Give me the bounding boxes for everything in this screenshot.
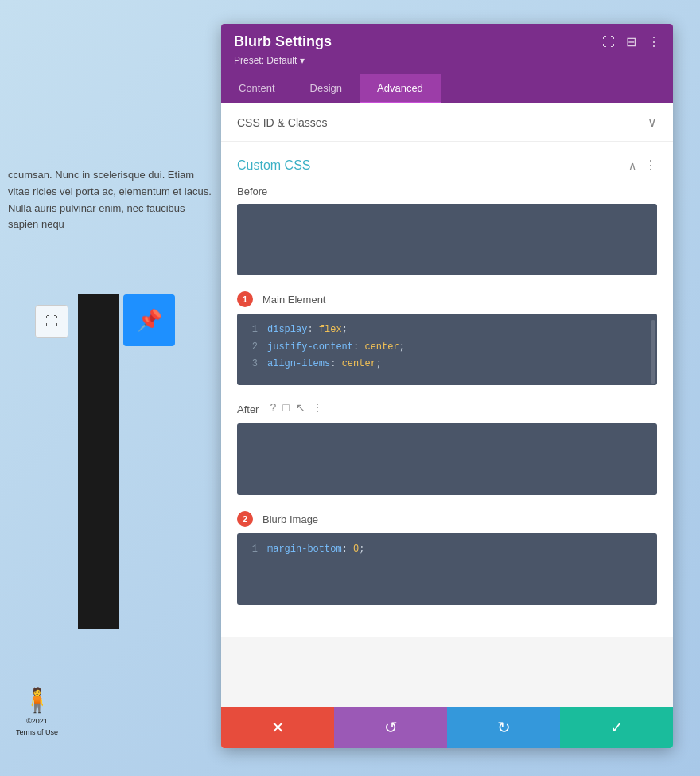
- save-icon: ✓: [610, 718, 624, 737]
- editor-scrollbar[interactable]: [651, 320, 655, 384]
- line-num-1: 1: [247, 322, 258, 339]
- line-code-3: align-items: center;: [267, 356, 382, 373]
- copyright-label: ©2021: [26, 717, 48, 725]
- css-after-toolbar: ? □ ↖ ⋮: [270, 401, 322, 414]
- line-code-1: display: flex;: [267, 322, 348, 339]
- pin-icon: 📌: [137, 308, 162, 333]
- cursor-icon[interactable]: ↖: [296, 401, 305, 414]
- css-id-classes-row[interactable]: CSS ID & Classes ∨: [221, 103, 673, 142]
- action-bar: ✕ ↺ ↻ ✓: [221, 707, 673, 748]
- tabs-bar: Content Design Advanced: [221, 74, 673, 103]
- panel-header-icons: ⛶ ⊟ ⋮: [602, 34, 660, 49]
- custom-css-more-icon[interactable]: ⋮: [644, 158, 657, 173]
- desktop-bottom-area: 🧍 ©2021 Terms of Use: [16, 686, 58, 736]
- terms-label: Terms of Use: [16, 728, 58, 736]
- cancel-button[interactable]: ✕: [221, 707, 334, 748]
- help-icon[interactable]: ?: [270, 401, 276, 414]
- line-num-3: 3: [247, 356, 258, 373]
- panel-body: CSS ID & Classes ∨ Custom CSS ∧ ⋮ Before: [221, 103, 673, 707]
- css-before-editor[interactable]: [237, 204, 657, 275]
- css-main-element-section: 1 Main Element 1 display: flex; 2: [237, 291, 657, 385]
- blurb-settings-panel: Blurb Settings ⛶ ⊟ ⋮ Preset: Default ▾ C…: [221, 24, 673, 748]
- code-line-1: 1 display: flex;: [247, 322, 648, 339]
- css-blurb-image-editor[interactable]: 1 margin-bottom: 0;: [237, 533, 657, 605]
- cancel-icon: ✕: [271, 718, 285, 737]
- preset-label[interactable]: Preset: Default ▾: [234, 55, 660, 66]
- pin-icon-box[interactable]: 📌: [123, 294, 175, 346]
- css-main-element-editor[interactable]: 1 display: flex; 2 justify-content: cent…: [237, 314, 657, 385]
- expand-icon-box[interactable]: ⛶: [35, 305, 68, 338]
- blurb-image-badge: 2: [237, 511, 253, 527]
- custom-css-header: Custom CSS ∧ ⋮: [237, 158, 657, 173]
- css-blurb-image-section: 2 Blurb Image 1 margin-bottom: 0;: [237, 511, 657, 605]
- line-num-2: 2: [247, 339, 258, 357]
- css-blurb-image-label: 2 Blurb Image: [237, 511, 657, 527]
- code-line-3: 3 align-items: center;: [247, 356, 648, 373]
- redo-icon: ↻: [497, 718, 511, 737]
- css-before-section: Before: [237, 185, 657, 275]
- blurb-line-code-1: margin-bottom: 0;: [267, 541, 364, 559]
- fullscreen-icon[interactable]: ⛶: [602, 35, 615, 49]
- css-after-section: After ? □ ↖ ⋮: [237, 401, 657, 495]
- blurb-code-line-1: 1 margin-bottom: 0;: [247, 541, 648, 559]
- person-icon: 🧍: [22, 686, 52, 714]
- css-main-element-label: 1 Main Element: [237, 291, 657, 307]
- tab-content[interactable]: Content: [221, 74, 293, 103]
- background-text: ccumsan. Nunc in scelerisque dui. Etiam …: [0, 159, 223, 241]
- collapse-icon[interactable]: ∧: [628, 159, 636, 172]
- main-element-badge: 1: [237, 291, 253, 307]
- blurb-line-num-1: 1: [247, 541, 258, 559]
- css-after-editor[interactable]: [237, 423, 657, 495]
- tablet-icon[interactable]: □: [282, 401, 289, 414]
- custom-css-title: Custom CSS: [237, 158, 310, 173]
- expand-icon: ⛶: [45, 314, 58, 329]
- more-options-icon[interactable]: ⋮: [648, 34, 660, 49]
- css-before-label: Before: [237, 185, 657, 197]
- undo-button[interactable]: ↺: [334, 707, 447, 748]
- save-button[interactable]: ✓: [560, 707, 673, 748]
- custom-css-actions: ∧ ⋮: [628, 158, 657, 173]
- panel-title: Blurb Settings: [234, 33, 332, 50]
- custom-css-section: Custom CSS ∧ ⋮ Before 1 Main Element: [221, 142, 673, 637]
- redo-button[interactable]: ↻: [447, 707, 560, 748]
- code-line-2: 2 justify-content: center;: [247, 339, 648, 357]
- css-id-classes-label: CSS ID & Classes: [237, 116, 328, 129]
- tab-design[interactable]: Design: [293, 74, 360, 103]
- chevron-down-icon: ∨: [648, 115, 657, 130]
- undo-icon: ↺: [384, 718, 398, 737]
- panel-header-top: Blurb Settings ⛶ ⊟ ⋮: [234, 33, 660, 50]
- sidebar-strip: [78, 294, 119, 629]
- css-after-label: After ? □ ↖ ⋮: [237, 401, 657, 417]
- columns-icon[interactable]: ⊟: [626, 34, 636, 49]
- panel-header: Blurb Settings ⛶ ⊟ ⋮ Preset: Default ▾: [221, 24, 673, 74]
- tab-advanced[interactable]: Advanced: [360, 74, 441, 103]
- after-more-icon[interactable]: ⋮: [312, 401, 323, 414]
- line-code-2: justify-content: center;: [267, 339, 405, 357]
